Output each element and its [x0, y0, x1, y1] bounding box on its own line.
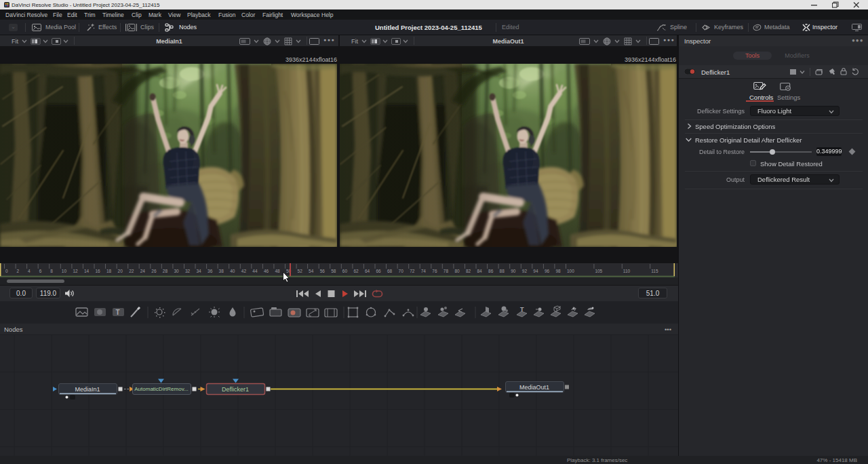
svg-text:4: 4	[28, 269, 31, 273]
svg-text:34: 34	[197, 269, 202, 273]
svg-text:14: 14	[84, 269, 90, 273]
svg-text:74: 74	[421, 269, 427, 273]
svg-text:76: 76	[432, 269, 437, 273]
svg-text:96: 96	[545, 269, 550, 273]
svg-text:24: 24	[140, 269, 146, 273]
svg-text:0: 0	[5, 269, 8, 273]
svg-text:40: 40	[230, 269, 235, 273]
svg-text:36: 36	[208, 269, 213, 273]
svg-text:T: T	[520, 306, 524, 313]
svg-text:38: 38	[219, 269, 224, 273]
svg-text:8: 8	[50, 269, 53, 273]
svg-text:98: 98	[555, 269, 561, 273]
svg-text:100: 100	[567, 269, 574, 273]
svg-text:46: 46	[264, 269, 269, 273]
svg-text:66: 66	[376, 269, 382, 273]
svg-text:88: 88	[500, 269, 505, 273]
svg-text:80: 80	[454, 269, 460, 273]
svg-text:26: 26	[151, 269, 157, 273]
svg-text:10: 10	[62, 269, 67, 273]
svg-text:90: 90	[511, 269, 516, 273]
svg-text:78: 78	[443, 269, 449, 273]
svg-text:62: 62	[353, 269, 359, 273]
svg-text:92: 92	[522, 269, 528, 273]
svg-text:58: 58	[331, 269, 336, 273]
svg-text:54: 54	[309, 269, 314, 273]
svg-text:2: 2	[17, 269, 20, 273]
svg-text:64: 64	[365, 269, 370, 273]
svg-text:84: 84	[477, 269, 483, 273]
svg-text:6: 6	[39, 269, 42, 273]
svg-text:32: 32	[185, 269, 191, 273]
svg-text:94: 94	[533, 269, 538, 273]
svg-text:44: 44	[252, 269, 258, 273]
svg-text:48: 48	[275, 269, 280, 273]
svg-text:52: 52	[298, 269, 303, 273]
svg-text:60: 60	[342, 269, 348, 273]
svg-text:18: 18	[106, 269, 112, 273]
svg-text:MediaIn1: MediaIn1	[75, 386, 100, 393]
svg-text:30: 30	[174, 269, 179, 273]
svg-text:T: T	[116, 309, 120, 316]
svg-text:12: 12	[73, 269, 78, 273]
svg-text:86: 86	[488, 269, 494, 273]
svg-text:28: 28	[163, 269, 168, 273]
svg-text:Deflicker1: Deflicker1	[222, 386, 249, 393]
svg-text:115: 115	[651, 269, 658, 273]
svg-text:16: 16	[96, 269, 101, 273]
svg-text:82: 82	[466, 269, 471, 273]
svg-text:AutomaticDirtRemov...: AutomaticDirtRemov...	[134, 386, 188, 392]
svg-text:72: 72	[410, 269, 415, 273]
svg-text:56: 56	[320, 269, 326, 273]
svg-text:110: 110	[623, 269, 631, 273]
svg-text:68: 68	[387, 269, 393, 273]
svg-text:MediaOut1: MediaOut1	[519, 384, 549, 391]
svg-text:105: 105	[595, 269, 602, 273]
svg-text:42: 42	[241, 269, 247, 273]
svg-text:22: 22	[129, 269, 134, 273]
svg-text:70: 70	[399, 269, 404, 273]
svg-text:20: 20	[118, 269, 123, 273]
